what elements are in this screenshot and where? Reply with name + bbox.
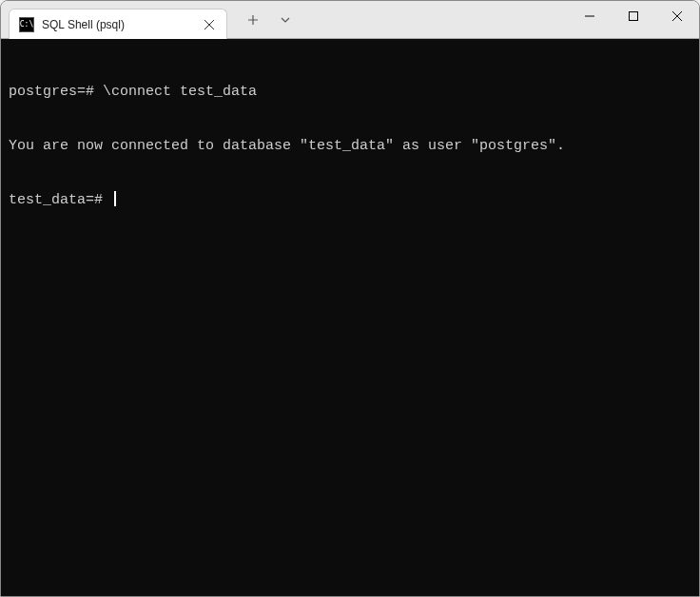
close-icon xyxy=(672,11,682,21)
minimize-icon xyxy=(585,11,594,21)
plus-icon xyxy=(247,14,259,26)
svg-rect-5 xyxy=(630,12,638,21)
cursor xyxy=(114,191,116,206)
terminal-icon: C:\ xyxy=(19,17,34,32)
new-tab-button[interactable] xyxy=(239,6,267,34)
terminal-line: postgres=# \connect test_data xyxy=(9,83,691,101)
chevron-down-icon xyxy=(281,17,290,23)
close-window-button[interactable] xyxy=(655,1,699,31)
terminal-line: You are now connected to database "test_… xyxy=(9,137,691,155)
close-icon xyxy=(204,20,214,29)
prompt: postgres=# xyxy=(9,84,103,100)
command-text: \connect test_data xyxy=(103,84,257,100)
minimize-button[interactable] xyxy=(568,1,612,31)
maximize-icon xyxy=(629,11,638,21)
tab-dropdown-button[interactable] xyxy=(271,6,300,34)
titlebar: C:\ SQL Shell (psql) xyxy=(1,1,699,39)
maximize-button[interactable] xyxy=(612,1,655,31)
output-text: You are now connected to database "test_… xyxy=(9,138,565,154)
tab-strip: C:\ SQL Shell (psql) xyxy=(1,1,227,38)
tab-close-button[interactable] xyxy=(202,17,217,32)
tab-actions xyxy=(227,1,300,38)
tab-title: SQL Shell (psql) xyxy=(42,18,194,31)
prompt: test_data=# xyxy=(9,191,111,209)
terminal-line: test_data=# xyxy=(9,191,691,209)
window-controls xyxy=(568,1,699,31)
terminal-window: C:\ SQL Shell (psql) xyxy=(0,0,700,597)
tab-sql-shell[interactable]: C:\ SQL Shell (psql) xyxy=(9,9,227,39)
terminal-content[interactable]: postgres=# \connect test_data You are no… xyxy=(1,39,699,596)
